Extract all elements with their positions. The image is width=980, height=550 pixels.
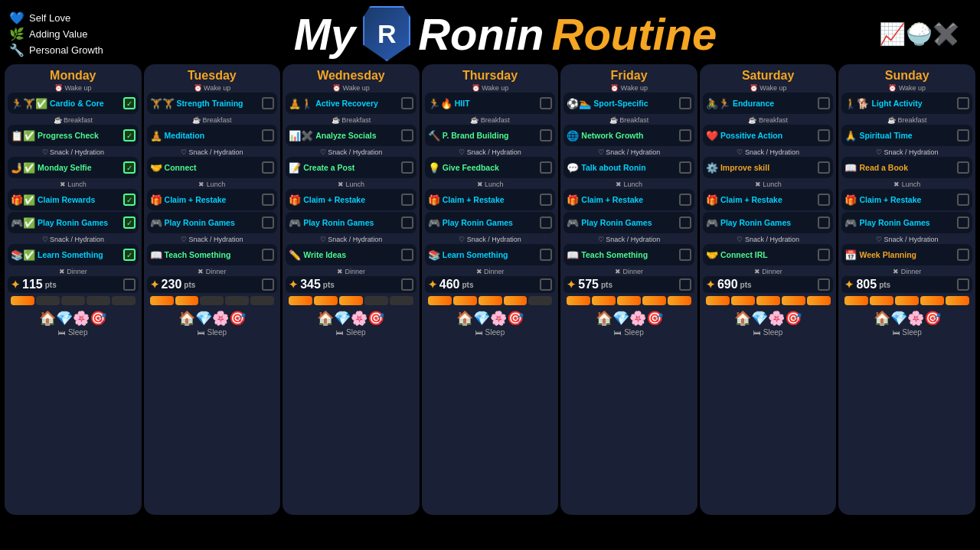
points-checkbox[interactable]	[957, 278, 969, 291]
task-checkbox[interactable]	[540, 194, 552, 206]
progress-bar	[731, 296, 755, 305]
task-item: 📝 Create a Post	[286, 157, 416, 178]
bottom-icons: 🏠💎🌸🎯	[286, 308, 416, 327]
main-icons: 🏃🏋️✅	[11, 98, 47, 109]
task-checkbox[interactable]	[679, 161, 691, 174]
task-checkbox[interactable]	[262, 249, 274, 261]
legend: 💙Self Love🌿Adding Value🔧Personal Growth	[9, 11, 132, 57]
task-icons: 📚	[428, 249, 440, 261]
task-item: 📋✅ Progress Check	[8, 125, 139, 146]
points-checkbox[interactable]	[401, 278, 413, 291]
dinner-label: ✖ Dinner	[564, 267, 694, 276]
task-checkbox[interactable]	[679, 129, 691, 142]
progress-bars	[425, 295, 556, 307]
task-item: 🌐 Network Growth	[564, 125, 694, 146]
points-number: 690	[717, 278, 738, 291]
task-checkbox[interactable]	[818, 129, 830, 142]
task-checkbox[interactable]	[540, 249, 552, 261]
points-checkbox[interactable]	[262, 278, 274, 291]
task-checkbox[interactable]	[123, 129, 136, 142]
task-checkbox[interactable]	[401, 216, 413, 229]
points-checkbox[interactable]	[818, 278, 830, 291]
main-checkbox[interactable]	[679, 97, 691, 109]
task-checkbox[interactable]	[540, 129, 552, 142]
task-icons: 🎮	[567, 217, 579, 229]
task-icons: 🎁	[428, 194, 440, 206]
task-item: 📊✖️ Analyze Socials	[286, 125, 416, 146]
task-icons: 🌐	[567, 130, 579, 142]
task-checkbox[interactable]	[540, 216, 552, 229]
task-label: Play Ronin Games	[581, 218, 652, 228]
task-checkbox[interactable]	[679, 249, 691, 261]
main-checkbox[interactable]	[401, 97, 413, 109]
task-icons: 🎁	[289, 194, 301, 206]
points-row: ✦ 575 pts	[564, 276, 694, 293]
task-icons: 🎮	[706, 217, 718, 229]
task-label: Write Ideas	[303, 250, 346, 260]
snack-label: ♡ Snack / Hydration	[286, 148, 416, 157]
task-checkbox[interactable]	[957, 161, 969, 174]
task-checkbox[interactable]	[262, 216, 274, 229]
task-checkbox[interactable]	[957, 129, 969, 142]
main-icons: 🚴🏃	[706, 98, 730, 109]
task-checkbox[interactable]	[123, 216, 136, 229]
main-checkbox[interactable]	[262, 97, 274, 109]
top-right-icons: 📈🍚✖️	[879, 21, 971, 47]
task-checkbox[interactable]	[818, 249, 830, 261]
day-name: Sunday	[841, 67, 972, 83]
points-left: ✦ 345 pts	[289, 278, 335, 291]
task-checkbox[interactable]	[818, 194, 830, 206]
main-checkbox[interactable]	[123, 97, 136, 109]
progress-bar	[706, 296, 730, 305]
task-checkbox[interactable]	[401, 129, 413, 142]
task-checkbox[interactable]	[123, 194, 136, 206]
task-checkbox[interactable]	[262, 194, 274, 206]
task-checkbox[interactable]	[818, 161, 830, 174]
task-checkbox[interactable]	[679, 216, 691, 229]
bottom-icons: 🏠💎🌸🎯	[564, 308, 694, 327]
progress-bar	[225, 296, 249, 305]
task-checkbox[interactable]	[401, 161, 413, 174]
task-icons: 📝	[289, 162, 301, 174]
task-checkbox[interactable]	[401, 194, 413, 206]
task-checkbox[interactable]	[679, 194, 691, 206]
progress-bar	[390, 296, 413, 305]
main-activity: 🏋️🏋️ Strength Training	[147, 93, 278, 114]
wakeup-row: ⏰ Wake up	[425, 83, 556, 93]
main-checkbox[interactable]	[957, 97, 969, 109]
task-checkbox[interactable]	[123, 161, 136, 174]
day-col-friday: Friday⏰ Wake up ⚽🏊 Sport-Specific ☕ Brea…	[560, 64, 697, 515]
points-checkbox[interactable]	[540, 278, 552, 291]
task-label: Claim + Restake	[443, 195, 505, 205]
task-checkbox[interactable]	[401, 249, 413, 261]
day-name: Tuesday	[147, 67, 278, 83]
task-checkbox[interactable]	[262, 129, 274, 142]
bottom-icons: 🏠💎🌸🎯	[147, 308, 278, 327]
title-my: My	[294, 8, 356, 60]
main-checkbox[interactable]	[818, 97, 830, 109]
task-item: ❤️ Possitive Action	[703, 125, 834, 146]
task-item: 💬 Talk about Ronin	[564, 157, 694, 178]
progress-bar	[112, 296, 136, 305]
main-icons: 🏃🔥	[428, 98, 452, 109]
day-name: Monday	[8, 67, 139, 83]
progress-bar	[946, 296, 969, 305]
snack-label: ♡ Snack / Hydration	[8, 148, 139, 157]
bottom-icons: 🏠💎🌸🎯	[425, 308, 556, 327]
points-checkbox[interactable]	[679, 278, 691, 291]
task-checkbox[interactable]	[540, 161, 552, 174]
day-name: Thursday	[425, 67, 556, 83]
main-icons: 🧘🚶	[289, 98, 313, 109]
main-activity-label: Cardio & Core	[50, 99, 104, 109]
task-checkbox[interactable]	[957, 249, 969, 261]
task-checkbox[interactable]	[123, 249, 136, 261]
task-checkbox[interactable]	[957, 216, 969, 229]
points-checkbox[interactable]	[123, 278, 136, 291]
task-checkbox[interactable]	[262, 161, 274, 174]
title-routine: Routine	[552, 8, 717, 60]
task-checkbox[interactable]	[957, 194, 969, 206]
main-checkbox[interactable]	[540, 97, 552, 109]
task-item: ✏️ Write Ideas	[286, 244, 416, 265]
task-checkbox[interactable]	[818, 216, 830, 229]
task-item: 🎮 Play Ronin Games	[703, 212, 834, 233]
